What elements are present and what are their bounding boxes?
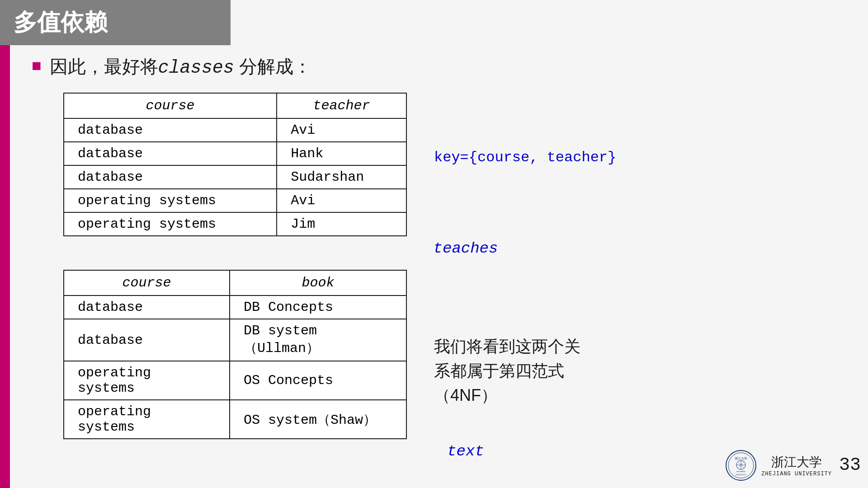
table-row: database Avi — [64, 118, 406, 142]
checkbox-icon: ■ — [32, 59, 42, 75]
intro-line: ■ 因此，最好将classes 分解成： — [32, 54, 868, 79]
cell-teacher: Avi — [277, 189, 406, 212]
cell-course: database — [64, 118, 277, 142]
cell-course: database — [64, 296, 230, 319]
cell-book: DB system（Ullman） — [230, 319, 406, 361]
right-annotation: 我们将看到这两个关系都属于第四范式（4NF） — [434, 334, 580, 408]
table-row: operating systems Jim — [64, 212, 406, 236]
cell-book: DB Concepts — [230, 296, 406, 319]
page-number: 33 — [839, 455, 861, 475]
cell-course: operating systems — [64, 212, 277, 236]
svg-text:浙江大学: 浙江大学 — [735, 457, 747, 460]
text-col-course: course — [64, 270, 230, 296]
university-name-cn: 浙江大学 — [771, 454, 822, 471]
cell-teacher: Sudarshan — [277, 165, 406, 189]
teaches-label: teaches — [63, 240, 868, 257]
university-name-en: ZHEJIANG UNIVERSITY — [761, 471, 832, 477]
table-row: operating systems OS Concepts — [64, 361, 406, 400]
teaches-col-course: course — [64, 93, 277, 118]
logo-wrapper: 浙江大学 ZHEJIANG UNIVERSITY 浙江大学 ZHEJIANG U… — [725, 450, 832, 481]
cell-teacher: Hank — [277, 142, 406, 165]
cell-teacher: Avi — [277, 118, 406, 142]
main-content: ■ 因此，最好将classes 分解成： course teacher data… — [27, 54, 868, 473]
intro-italic: classes — [158, 58, 234, 78]
right-annotation-text: 我们将看到这两个关系都属于第四范式（4NF） — [434, 337, 580, 404]
table-row: operating systems OS system（Shaw） — [64, 400, 406, 439]
intro-text: 因此，最好将classes 分解成： — [50, 54, 311, 79]
cell-course: database — [64, 165, 277, 189]
cell-course: database — [64, 319, 230, 361]
svg-text:ZHEJIANG: ZHEJIANG — [736, 470, 745, 473]
table-row: database DB system（Ullman） — [64, 319, 406, 361]
title-bar: 多值依赖 — [0, 0, 231, 45]
left-accent-bar — [0, 45, 10, 488]
cell-course: operating systems — [64, 189, 277, 212]
text-col-book: book — [230, 270, 406, 296]
table-row: database DB Concepts — [64, 296, 406, 319]
text-table: course book database DB Concepts databas… — [63, 270, 407, 439]
svg-text:UNIVERSITY: UNIVERSITY — [736, 474, 746, 476]
cell-course: database — [64, 142, 277, 165]
slide-title: 多值依赖 — [14, 7, 108, 38]
logo-text: 浙江大学 ZHEJIANG UNIVERSITY — [761, 454, 832, 477]
cell-book: OS Concepts — [230, 361, 406, 400]
teaches-table-wrapper: course teacher database Avi database Han… — [63, 93, 868, 266]
intro-suffix: 分解成： — [234, 56, 311, 76]
text-header-row: course book — [64, 270, 406, 296]
cell-teacher: Jim — [277, 212, 406, 236]
cell-course: operating systems — [64, 400, 230, 439]
table-row: database Sudarshan — [64, 165, 406, 189]
teaches-header-row: course teacher — [64, 93, 406, 118]
key-annotation: key={course, teacher} — [434, 149, 616, 166]
cell-book: OS system（Shaw） — [230, 400, 406, 439]
intro-prefix: 因此，最好将 — [50, 56, 158, 76]
university-seal-icon: 浙江大学 ZHEJIANG UNIVERSITY — [725, 450, 757, 481]
table-row: database Hank — [64, 142, 406, 165]
table-row: operating systems Avi — [64, 189, 406, 212]
teaches-col-teacher: teacher — [277, 93, 406, 118]
cell-course: operating systems — [64, 361, 230, 400]
teaches-table: course teacher database Avi database Han… — [63, 93, 407, 236]
